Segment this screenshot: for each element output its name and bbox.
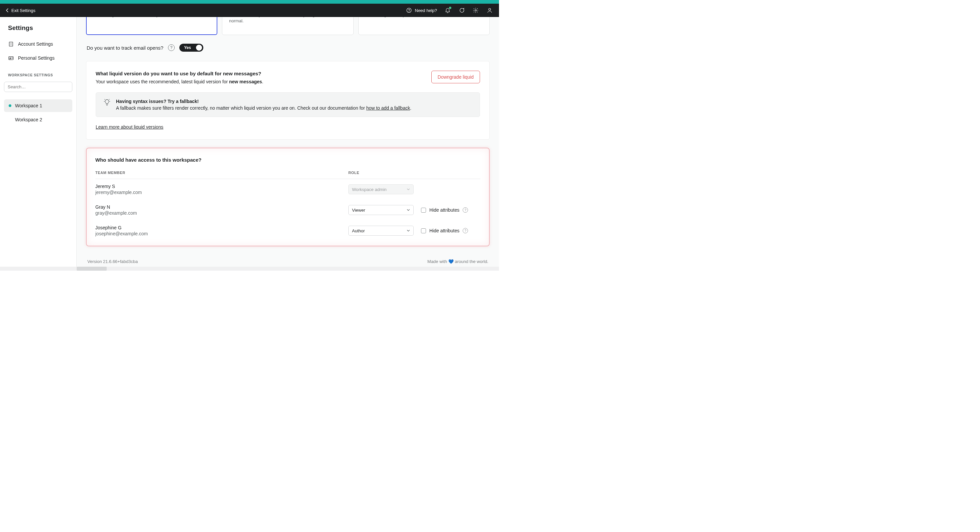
fallback-callout: Having syntax issues? Try a fallback! A … (95, 92, 480, 117)
th-team-member: TEAM MEMBER (95, 170, 348, 175)
card-description: Emails send to your test address. Everyt… (229, 17, 346, 24)
member-email: gray@example.com (95, 210, 348, 216)
toggle-label: Yes (184, 45, 191, 50)
sidebar-workspace-1[interactable]: Workspace 1 (4, 99, 72, 112)
id-card-icon (8, 55, 14, 61)
callout-body: A fallback makes sure filters render cor… (116, 105, 411, 111)
toggle-knob (196, 45, 202, 51)
role-value: Viewer (352, 208, 365, 213)
callout-title: Having syntax issues? Try a fallback! (116, 99, 411, 104)
accent-bar (0, 0, 499, 4)
access-table-header: TEAM MEMBER ROLE (95, 170, 480, 179)
hide-attributes-checkbox[interactable] (421, 228, 426, 233)
member-email: josephine@example.com (95, 231, 348, 236)
role-select[interactable]: Viewer (348, 205, 414, 215)
notifications-button[interactable] (444, 7, 451, 14)
workspace-label: Workspace 1 (15, 103, 42, 108)
help-icon[interactable]: ? (463, 228, 468, 233)
active-dot-icon (9, 104, 11, 107)
member-name: Josephine G (95, 225, 348, 230)
fallback-doc-link[interactable]: how to add a fallback (366, 105, 410, 111)
team-member-row: Josephine G josephine@example.com Author… (95, 220, 480, 241)
card-description: All messages send as defined in your wor… (93, 17, 210, 18)
hide-attributes-label: Hide attributes (430, 207, 459, 213)
svg-point-1 (409, 11, 409, 12)
card-description: All message delivery is disabled. (365, 17, 483, 18)
profile-button[interactable] (486, 7, 493, 14)
exit-settings-label: Exit Settings (11, 8, 35, 13)
version-text: Version 21.6.66+fabd3cba (88, 259, 138, 264)
help-icon[interactable]: ? (463, 207, 468, 213)
svg-rect-4 (10, 42, 13, 46)
scrollbar-thumb[interactable] (77, 267, 107, 271)
liquid-subtext: Your workspace uses the recommended, lat… (95, 79, 263, 84)
team-member-row: Gray N gray@example.com Viewer Hide attr… (95, 200, 480, 220)
need-help-link[interactable]: Need help? (406, 7, 438, 14)
chat-button[interactable] (458, 7, 465, 14)
chevron-down-icon (407, 229, 410, 233)
horizontal-scrollbar[interactable] (0, 267, 499, 271)
team-member-row: Jeremy S jeremy@example.com Workspace ad… (95, 179, 480, 200)
liquid-question: What liquid version do you want to use b… (95, 71, 263, 76)
sidebar-item-account-settings[interactable]: Account Settings (4, 38, 72, 50)
chevron-left-icon (6, 8, 9, 12)
delivery-card-normal[interactable]: All messages send as defined in your wor… (86, 17, 217, 35)
workspace-access-panel: Who should have access to this workspace… (86, 148, 490, 246)
member-name: Jeremy S (95, 184, 348, 189)
need-help-label: Need help? (415, 8, 438, 13)
app-header: Exit Settings Need help? (0, 4, 499, 17)
settings-gear-button[interactable] (473, 7, 479, 14)
heart-icon: 💙 (448, 259, 453, 264)
exit-settings-link[interactable]: Exit Settings (6, 8, 35, 13)
chevron-down-icon (407, 208, 410, 212)
downgrade-liquid-button[interactable]: Downgrade liquid (431, 71, 480, 83)
hide-attributes-checkbox[interactable] (421, 208, 426, 213)
role-select[interactable]: Author (348, 226, 414, 236)
svg-point-3 (488, 8, 491, 10)
svg-point-2 (475, 10, 477, 11)
lightbulb-icon (103, 99, 111, 111)
access-title: Who should have access to this workspace… (95, 157, 480, 162)
hide-attributes-label: Hide attributes (430, 228, 459, 233)
svg-rect-5 (9, 57, 13, 60)
liquid-version-panel: What liquid version do you want to use b… (86, 61, 490, 140)
workspace-label: Workspace 2 (15, 117, 42, 122)
made-with-text: Made with 💙 around the world. (427, 259, 488, 264)
role-value: Workspace admin (352, 187, 387, 192)
delivery-card-never[interactable]: All message delivery is disabled. (358, 17, 490, 35)
track-email-opens-row: Do you want to track email opens? ? Yes (86, 44, 490, 61)
track-question: Do you want to track email opens? (87, 45, 163, 51)
settings-sidebar: Settings Account Settings Personal Setti… (0, 17, 77, 267)
learn-more-liquid-link[interactable]: Learn more about liquid versions (95, 124, 163, 130)
main-content: All messages send as defined in your wor… (77, 17, 499, 267)
th-role: ROLE (348, 170, 480, 175)
page-footer: Version 21.6.66+fabd3cba Made with 💙 aro… (86, 254, 490, 266)
notification-dot-icon (449, 7, 451, 9)
sidebar-item-label: Account Settings (18, 41, 53, 47)
sidebar-section-label: WORKSPACE SETTINGS (4, 66, 72, 80)
help-circle-icon (406, 7, 412, 14)
role-select: Workspace admin (348, 184, 414, 194)
svg-point-6 (10, 58, 11, 59)
member-name: Gray N (95, 204, 348, 210)
help-icon[interactable]: ? (168, 44, 175, 51)
sidebar-workspace-2[interactable]: Workspace 2 (4, 113, 72, 126)
sidebar-item-personal-settings[interactable]: Personal Settings (4, 52, 72, 64)
sidebar-item-label: Personal Settings (18, 55, 55, 61)
track-toggle[interactable]: Yes (179, 44, 203, 52)
building-icon (8, 41, 14, 47)
member-email: jeremy@example.com (95, 190, 348, 195)
role-value: Author (352, 228, 365, 233)
delivery-card-test[interactable]: Emails send to your test address. Everyt… (222, 17, 353, 35)
chevron-down-icon (407, 188, 410, 191)
delivery-options-row: All messages send as defined in your wor… (86, 17, 490, 35)
workspace-search-input[interactable] (4, 82, 72, 92)
sidebar-title: Settings (4, 24, 72, 36)
